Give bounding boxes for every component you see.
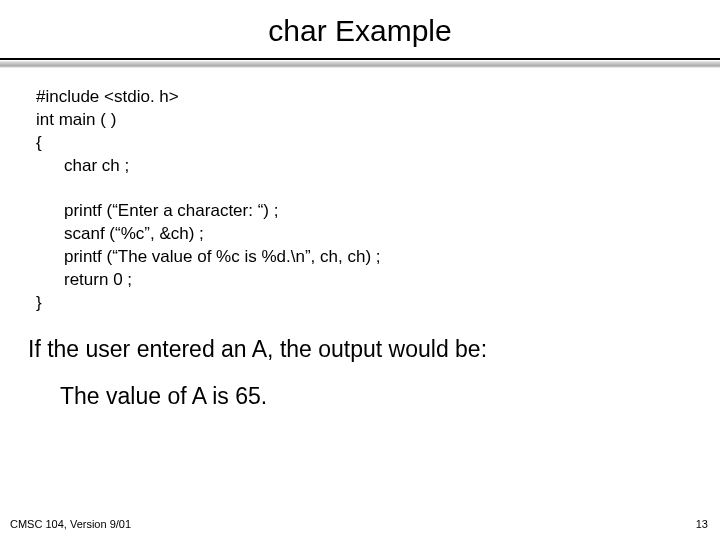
slide-title: char Example	[0, 0, 720, 58]
title-divider	[0, 58, 720, 68]
code-line: scanf (“%c”, &ch) ;	[36, 223, 720, 246]
slide: char Example #include <stdio. h> int mai…	[0, 0, 720, 540]
code-line: printf (“The value of %c is %d.\n”, ch, …	[36, 246, 720, 269]
code-line: #include <stdio. h>	[36, 86, 720, 109]
code-line: return 0 ;	[36, 269, 720, 292]
footer-page-number: 13	[696, 518, 708, 530]
output-text: The value of A is 65.	[0, 363, 720, 410]
code-line: printf (“Enter a character: “) ;	[36, 200, 720, 223]
code-block: #include <stdio. h> int main ( ) { char …	[0, 68, 720, 314]
blank-line	[36, 178, 720, 200]
code-line: char ch ;	[36, 155, 720, 178]
footer-course: CMSC 104, Version 9/01	[10, 518, 131, 530]
explanation-text: If the user entered an A, the output wou…	[0, 314, 720, 363]
code-line: int main ( )	[36, 109, 720, 132]
code-line: {	[36, 132, 720, 155]
code-line: }	[36, 292, 720, 315]
